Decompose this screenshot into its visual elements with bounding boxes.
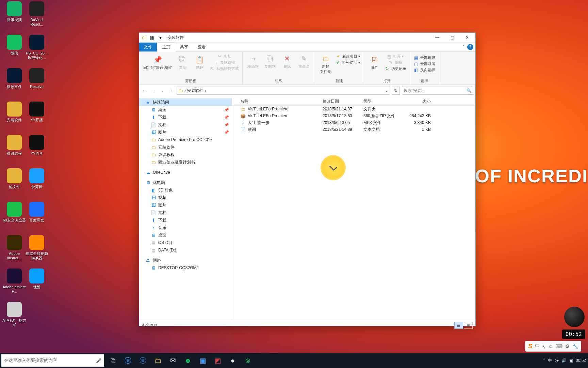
app-icon[interactable]: ▣ (195, 353, 210, 368)
crumb-folder[interactable]: 安装软件 (187, 88, 203, 94)
open-button[interactable]: ▤打开 ▾ (383, 53, 408, 59)
save-icon[interactable]: ▦ (149, 34, 156, 41)
history-button[interactable]: ↻历史记录 (383, 65, 408, 72)
help-icon[interactable]: ? (467, 44, 473, 50)
collapse-ribbon-icon[interactable]: ⌃ (462, 45, 465, 49)
sidebar-item[interactable]: ◧3D 对象 (139, 186, 232, 194)
chevron-down-icon[interactable]: ⌄ (385, 88, 388, 93)
desktop-icon[interactable]: DaVinci Resol... (24, 1, 49, 27)
sidebar-item[interactable]: 🖼图片 (139, 201, 232, 209)
ime-tool-icon[interactable]: 🔧 (572, 343, 578, 349)
sidebar-quick-access[interactable]: ★快速访问 (139, 98, 232, 106)
tray-lang[interactable]: 中 (548, 358, 552, 364)
cut-button[interactable]: ✂剪切 (208, 53, 240, 59)
sidebar-onedrive[interactable]: ☁OneDrive (139, 169, 232, 176)
desktop-icon[interactable]: 60安全浏览器 (2, 202, 27, 223)
edge-icon[interactable]: ⓔ (135, 353, 150, 368)
sidebar-item[interactable]: ⬇下载 (139, 216, 232, 224)
maximize-button[interactable]: ▢ (445, 33, 460, 42)
system-tray[interactable]: ˄ 中 🕪 🔊 ▣ 00:52 (543, 358, 588, 364)
close-button[interactable]: ✕ (460, 33, 475, 42)
move-to-button[interactable]: ⇢移动到 (245, 53, 262, 70)
desktop-icon[interactable]: 百度网盘 (24, 202, 49, 223)
sidebar-item[interactable]: 🗀安装软件 (139, 143, 232, 151)
desktop-icon[interactable]: 优酷 (24, 269, 49, 289)
tray-volume-icon[interactable]: 🔊 (561, 358, 567, 363)
column-headers[interactable]: 名称 修改日期 类型 大小 (232, 97, 475, 106)
sidebar-item[interactable]: 🖥桌面 (139, 231, 232, 239)
desktop-icon[interactable]: Adobe emiere P... (2, 269, 27, 294)
edit-button[interactable]: ✎编辑 (383, 59, 408, 65)
new-item-button[interactable]: ✦新建项目 ▾ (334, 53, 362, 59)
task-view-button[interactable]: ⧉ (105, 353, 120, 368)
sidebar-item[interactable]: 📄文档📌 (139, 121, 232, 128)
recent-button[interactable]: ⌄ (159, 87, 166, 94)
ime-keyboard-icon[interactable]: ⌨ (556, 343, 562, 349)
select-none-button[interactable]: ▢全部取消 (412, 61, 437, 67)
sidebar-network[interactable]: 🖧网络 (139, 257, 232, 264)
app-icon[interactable]: ● (225, 353, 240, 368)
dropdown-icon[interactable]: ▾ (157, 34, 164, 41)
ime-lang[interactable]: 中 (535, 343, 540, 349)
sidebar-item[interactable]: ⬇下载📌 (139, 113, 232, 121)
refresh-button[interactable]: ↻ (392, 87, 400, 95)
col-date[interactable]: 修改日期 (321, 98, 361, 104)
explorer-icon[interactable]: 🗀 (150, 353, 165, 368)
back-button[interactable]: ← (141, 87, 148, 94)
thumbnails-view-button[interactable]: ▦ (464, 322, 473, 329)
tray-network-icon[interactable]: 🕪 (555, 358, 559, 363)
details-view-button[interactable]: ☰ (454, 322, 463, 329)
up-button[interactable]: ↑ (168, 87, 175, 94)
copy-to-button[interactable]: ⿻复制到 (262, 53, 279, 70)
tab-view[interactable]: 查看 (193, 43, 211, 51)
desktop-icon[interactable]: 录课教程 (2, 135, 27, 156)
sidebar-item[interactable]: 🗀商业创业融资计划书 (139, 158, 232, 166)
invert-selection-button[interactable]: ◧反向选择 (412, 67, 437, 73)
sidebar-item[interactable]: 🗀录课教程 (139, 151, 232, 158)
ime-punct-icon[interactable]: •, (542, 343, 545, 349)
desktop-icon[interactable]: 狸窝全能视频转换器 (24, 235, 49, 260)
desktop-icon[interactable]: Resolve (24, 68, 49, 89)
file-row[interactable]: ♪大壮-差一步2018/3/6 13:05MP3 文件3,840 KB (232, 119, 475, 126)
desktop-icon[interactable]: 指导文件 (2, 68, 27, 89)
desktop-icon[interactable]: YY语音 (24, 135, 49, 156)
desktop-icon[interactable]: PS_CC_20... 乐声绿化... (24, 35, 49, 60)
sidebar-item[interactable]: 🖥桌面📌 (139, 106, 232, 113)
file-list[interactable]: 名称 修改日期 类型 大小 🗀VisTitleLEForPremiere2018… (232, 97, 475, 321)
tray-notif-icon[interactable]: ▣ (569, 358, 573, 363)
tray-up-icon[interactable]: ˄ (543, 358, 545, 363)
sidebar-item[interactable]: 📄文档 (139, 209, 232, 216)
taskbar[interactable]: 在这里输入你要搜索的内容 🎤 ⧉ ⓔ ⓔ 🗀 ✉ ☻ ▣ ◩ ● ⊚ ˄ 中 🕪… (0, 353, 588, 368)
file-row[interactable]: 📦VisTitleLEForPremiere2018/5/17 13:53360… (232, 112, 475, 119)
properties-button[interactable]: ☑属性 (366, 53, 383, 72)
col-type[interactable]: 类型 (361, 98, 402, 104)
rename-button[interactable]: ✎重命名 (296, 53, 313, 70)
taskbar-search[interactable]: 在这里输入你要搜索的内容 🎤 (1, 354, 104, 367)
desktop-icon[interactable]: 他文件 (2, 168, 27, 189)
paste-shortcut-button[interactable]: ⇱粘贴快捷方式 (208, 65, 240, 72)
desktop-icon[interactable]: Adobe Ilustrat... (2, 235, 27, 260)
col-size[interactable]: 大小 (402, 98, 436, 104)
desktop-icon[interactable]: YY开播 (24, 102, 49, 122)
tab-file[interactable]: 文件 (139, 43, 157, 51)
ime-bar[interactable]: S 中 •, ☺ ⌨ ⚙ 🔧 (525, 341, 581, 352)
wechat-icon[interactable]: ☻ (180, 353, 195, 368)
forward-button[interactable]: → (150, 87, 157, 94)
pin-to-quick-button[interactable]: 📌固定到"快速访问" (141, 53, 174, 72)
desktop-icon[interactable]: 安装软件 (2, 102, 27, 122)
desktop-icon[interactable]: 爱剪辑 (24, 168, 49, 189)
select-all-button[interactable]: ▦全部选择 (412, 55, 437, 61)
desktop-icon[interactable]: 腾讯视频 (2, 1, 27, 22)
app-icon[interactable]: ⊚ (240, 353, 255, 368)
desktop-icon[interactable]: ATA (D) - 捷方式 (2, 302, 27, 327)
easy-access-button[interactable]: ✔轻松访问 ▾ (334, 59, 362, 65)
sidebar-item[interactable]: 🖥DESKTOP-OQ82GMJ (139, 264, 232, 272)
desktop-icon[interactable]: 微信 (2, 35, 27, 56)
paste-button[interactable]: 📋粘贴 (191, 53, 208, 72)
copy-path-button[interactable]: ≈复制路径 (208, 59, 240, 65)
ie-icon[interactable]: ⓔ (120, 353, 135, 368)
sidebar-item[interactable]: 🗀Adobe Premiere Pro CC 2017 (139, 136, 232, 143)
copy-button[interactable]: ⿻复制 (174, 53, 191, 72)
ime-emoji-icon[interactable]: ☺ (548, 343, 553, 349)
titlebar[interactable]: 🗀 ▦ ▾ | 安装软件 — ▢ ✕ (139, 33, 475, 43)
